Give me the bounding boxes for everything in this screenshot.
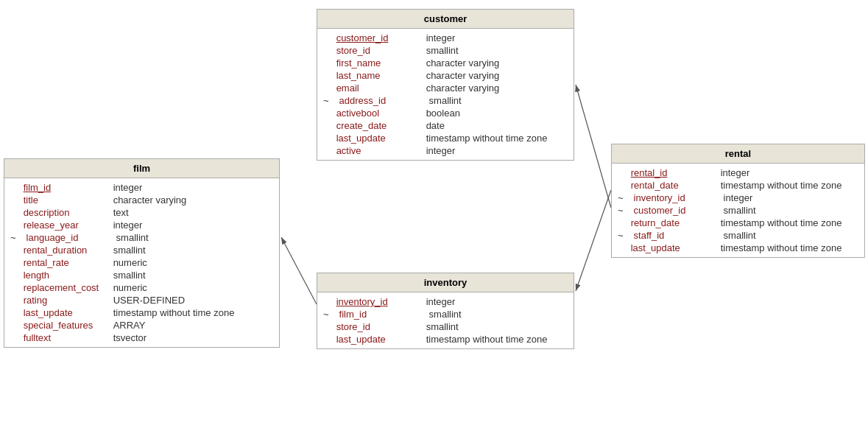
col-type: integer [721, 167, 750, 178]
col-type: smallint [724, 230, 756, 241]
col-type: integer [426, 32, 456, 43]
table-row: first_name character varying [323, 57, 568, 69]
col-type: tsvector [113, 332, 147, 343]
col-name: length [24, 270, 105, 281]
table-row: last_update timestamp without time zone [10, 306, 273, 319]
col-type: character varying [113, 194, 187, 206]
col-type: USER-DEFINED [113, 295, 186, 306]
col-name: address_id [339, 95, 420, 106]
table-row: rental_rate numeric [10, 256, 273, 269]
table-row: last_update timestamp without time zone [618, 242, 858, 254]
col-type: text [113, 207, 129, 218]
col-name: title [24, 194, 105, 206]
table-row: rental_duration smallint [10, 244, 273, 256]
col-type: integer [113, 182, 143, 193]
table-row: inventory_id integer [323, 295, 568, 308]
rental-table-header: rental [612, 144, 864, 164]
table-row: ~ film_id smallint [323, 308, 568, 320]
film-table-body: film_id integer title character varying … [4, 178, 279, 347]
col-type: integer [426, 296, 456, 307]
table-row: store_id smallint [323, 44, 568, 57]
table-row: active integer [323, 144, 568, 157]
col-name: customer_id [634, 205, 715, 216]
col-name: last_name [336, 70, 417, 81]
col-type: integer [724, 192, 753, 203]
col-type: smallint [429, 309, 462, 320]
col-type: smallint [724, 205, 756, 216]
table-row: create_date date [323, 119, 568, 132]
col-name: activebool [336, 108, 417, 119]
table-row: title character varying [10, 194, 273, 206]
col-type: boolean [426, 108, 460, 119]
col-name: staff_id [634, 230, 715, 241]
table-row: ~ customer_id smallint [618, 204, 858, 217]
table-row: last_update timestamp without time zone [323, 132, 568, 144]
table-row: ~ staff_id smallint [618, 229, 858, 242]
table-row: ~ inventory_id integer [618, 192, 858, 204]
col-type: smallint [113, 245, 146, 256]
col-type: smallint [429, 95, 462, 106]
col-type: numeric [113, 282, 147, 293]
rental-table: rental rental_id integer rental_date tim… [611, 144, 865, 258]
table-row: last_update timestamp without time zone [323, 333, 568, 345]
col-type: character varying [426, 70, 500, 81]
col-name: rating [24, 295, 105, 306]
col-name: email [336, 83, 417, 94]
col-name: store_id [336, 45, 417, 56]
col-type: date [426, 120, 445, 131]
col-name: rental_duration [24, 245, 105, 256]
col-name: store_id [336, 321, 417, 332]
col-type: timestamp without time zone [113, 307, 235, 318]
table-row: ~ address_id smallint [323, 94, 568, 107]
col-type: timestamp without time zone [721, 217, 842, 228]
table-row: rental_date timestamp without time zone [618, 179, 858, 192]
col-name: last_update [336, 334, 417, 345]
col-type: timestamp without time zone [426, 334, 548, 345]
col-type: integer [426, 145, 456, 156]
table-row: rental_id integer [618, 166, 858, 179]
col-name: release_year [24, 220, 105, 231]
inventory-table: inventory inventory_id integer ~ film_id… [317, 273, 574, 349]
table-row: description text [10, 206, 273, 219]
col-type: smallint [426, 45, 459, 56]
col-name: last_update [24, 307, 105, 318]
col-type: ARRAY [113, 320, 146, 331]
rental-table-body: rental_id integer rental_date timestamp … [612, 164, 864, 257]
col-name: rental_rate [24, 257, 105, 268]
inventory-film-line [281, 237, 317, 304]
col-type: timestamp without time zone [426, 133, 548, 144]
col-type: timestamp without time zone [721, 242, 842, 253]
film-table-header: film [4, 159, 279, 178]
customer-table-header: customer [317, 10, 574, 29]
col-type: timestamp without time zone [721, 180, 842, 191]
col-name: customer_id [336, 32, 417, 43]
table-row: ~ language_id smallint [10, 231, 273, 244]
table-row: email character varying [323, 82, 568, 94]
customer-table: customer customer_id integer store_id sm… [317, 9, 574, 161]
customer-table-body: customer_id integer store_id smallint fi… [317, 29, 574, 160]
table-row: last_name character varying [323, 69, 568, 82]
col-type: smallint [426, 321, 459, 332]
inventory-table-header: inventory [317, 273, 574, 292]
col-name: film_id [339, 309, 420, 320]
table-row: rating USER-DEFINED [10, 294, 273, 306]
table-row: special_features ARRAY [10, 319, 273, 332]
col-name: create_date [336, 120, 417, 131]
table-row: return_date timestamp without time zone [618, 217, 858, 229]
col-name: fulltext [24, 332, 105, 343]
rental-inventory-line [576, 190, 611, 291]
table-row: customer_id integer [323, 32, 568, 44]
col-name: film_id [24, 182, 105, 193]
col-name: special_features [24, 320, 105, 331]
col-name: rental_id [631, 167, 712, 178]
col-name: last_update [336, 133, 417, 144]
col-name: first_name [336, 57, 417, 69]
col-type: integer [113, 220, 143, 231]
col-name: active [336, 145, 417, 156]
table-row: store_id smallint [323, 320, 568, 333]
table-row: replacement_cost numeric [10, 281, 273, 294]
col-name: inventory_id [336, 296, 417, 307]
table-row: fulltext tsvector [10, 332, 273, 344]
col-name: language_id [27, 232, 107, 243]
col-type: numeric [113, 257, 147, 268]
